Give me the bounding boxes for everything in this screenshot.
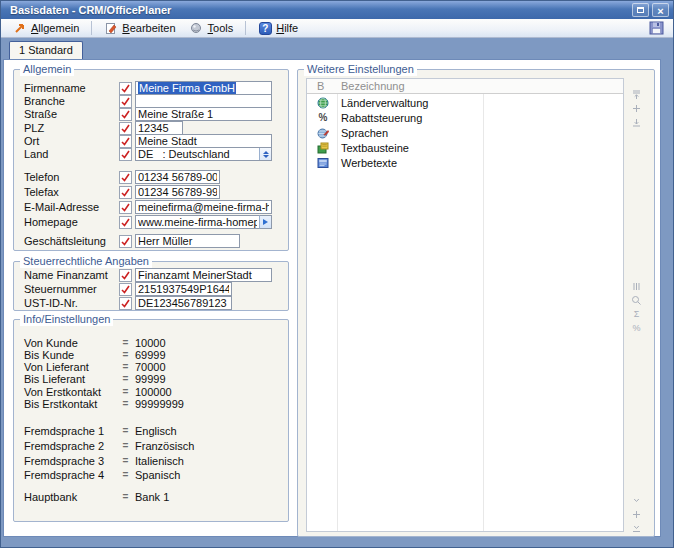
info-value: 99999999 — [132, 398, 184, 410]
spellcheck-icon[interactable] — [119, 122, 132, 135]
scroll-down-button[interactable] — [630, 116, 644, 128]
equals-icon — [119, 361, 132, 372]
grid-row-label: Länderverwaltung — [329, 97, 428, 109]
menu-bearbeiten[interactable]: Bearbeiten — [98, 20, 181, 37]
arrow-right-icon — [263, 219, 268, 225]
app-window: Basisdaten - CRM/OfficePlaner Allgemein … — [0, 0, 674, 548]
field-row-telefon: Telefon — [24, 170, 220, 184]
spellcheck-icon[interactable] — [119, 108, 132, 121]
field-row-telefax: Telefax — [24, 185, 220, 199]
strasse-field[interactable] — [135, 107, 272, 121]
grid-row-rabattsteuerung[interactable]: Rabattsteuerung — [307, 110, 623, 125]
sum-icon[interactable] — [630, 308, 644, 320]
column-chooser-icon[interactable] — [630, 280, 644, 292]
globe-icon — [317, 97, 329, 109]
filter-percent-icon[interactable] — [630, 322, 644, 334]
menu-bearbeiten-label: Bearbeiten — [122, 22, 175, 34]
firmenname-field[interactable]: Meine Firma GmbH — [135, 81, 272, 95]
ustid-field[interactable] — [135, 296, 232, 310]
ort-field[interactable] — [135, 134, 272, 148]
info-value: 100000 — [132, 386, 172, 398]
spellcheck-icon[interactable] — [119, 269, 132, 282]
menu-bar: Allgemein Bearbeiten Tools Hilfe — [1, 19, 673, 38]
land-value: DE : Deutschland — [138, 148, 230, 160]
group-steuer-title: Steuerrechtliche Angaben — [20, 255, 152, 268]
branche-field[interactable] — [135, 94, 272, 108]
spellcheck-icon[interactable] — [119, 135, 132, 148]
equals-icon — [119, 491, 132, 502]
steuernummer-field[interactable] — [135, 282, 232, 296]
search-icon[interactable] — [630, 294, 644, 306]
field-label: Telefax — [24, 186, 119, 198]
spellcheck-icon[interactable] — [119, 201, 132, 214]
restore-button[interactable] — [632, 3, 649, 17]
field-label: Geschäftsleitung — [24, 235, 119, 247]
column-header-b[interactable]: B — [307, 80, 339, 92]
tab-standard[interactable]: 1 Standard — [9, 41, 83, 59]
info-label: Fremdsprache 3 — [24, 455, 119, 467]
info-label: Fremdsprache 4 — [24, 469, 119, 481]
spellcheck-icon[interactable] — [119, 82, 132, 95]
info-label: Bis Lieferant — [24, 373, 119, 385]
next-row-button[interactable] — [630, 494, 644, 506]
add-row-button[interactable] — [630, 102, 644, 114]
menu-tools-label: Tools — [208, 22, 234, 34]
equals-icon — [119, 440, 132, 451]
grid-row-laenderverwaltung[interactable]: Länderverwaltung — [307, 95, 623, 110]
spellcheck-icon[interactable] — [119, 283, 132, 296]
telefon-field[interactable] — [135, 170, 220, 184]
finanzamt-field[interactable] — [135, 268, 272, 282]
equals-icon — [119, 373, 132, 384]
info-value: 69999 — [132, 349, 166, 361]
arrow-up-right-icon — [13, 22, 27, 35]
spellcheck-icon[interactable] — [119, 235, 132, 248]
close-button[interactable] — [652, 3, 669, 17]
land-combobox[interactable]: DE : Deutschland — [135, 147, 272, 161]
grid-nav-bottom-stack — [628, 494, 645, 534]
info-value: Bank 1 — [132, 491, 169, 503]
grid-row-label: Textbausteine — [329, 142, 409, 154]
scroll-to-top-button[interactable] — [630, 88, 644, 100]
spellcheck-icon[interactable] — [119, 297, 132, 310]
menu-allgemein[interactable]: Allgemein — [7, 20, 85, 37]
equals-icon — [119, 455, 132, 466]
spellcheck-icon[interactable] — [119, 171, 132, 184]
spellcheck-icon[interactable] — [119, 148, 132, 161]
field-label: Firmenname — [24, 82, 119, 94]
settings-grid: B Bezeichnung Länderverwaltung Rabattste… — [306, 78, 624, 532]
grid-tool-stack — [628, 280, 645, 334]
field-label: Name Finanzamt — [24, 269, 119, 281]
chevron-down-icon — [263, 155, 269, 158]
grid-row-sprachen[interactable]: Sprachen — [307, 125, 623, 140]
column-header-bezeichnung[interactable]: Bezeichnung — [339, 80, 405, 92]
menu-tools[interactable]: Tools — [184, 20, 240, 37]
add-row-button[interactable] — [630, 508, 644, 520]
grid-row-label: Sprachen — [329, 127, 388, 139]
save-button[interactable] — [645, 20, 667, 37]
spellcheck-icon[interactable] — [119, 186, 132, 199]
grid-nav-top-stack — [628, 88, 645, 128]
grid-header[interactable]: B Bezeichnung — [307, 79, 623, 94]
telefax-field[interactable] — [135, 185, 220, 199]
field-row-branche: Branche — [24, 94, 272, 108]
edit-page-icon — [104, 22, 118, 35]
info-row: Fremdsprache 2 Französisch — [24, 439, 194, 452]
spellcheck-icon[interactable] — [119, 95, 132, 108]
grid-row-textbausteine[interactable]: Textbausteine — [307, 140, 623, 155]
open-homepage-button[interactable] — [259, 215, 272, 229]
title-bar[interactable]: Basisdaten - CRM/OfficePlaner — [1, 1, 673, 19]
plz-field[interactable] — [135, 121, 183, 135]
group-steuer: Steuerrechtliche Angaben Name Finanzamt … — [13, 261, 289, 311]
geschaeftsleitung-field[interactable] — [135, 234, 240, 248]
menu-hilfe[interactable]: Hilfe — [252, 20, 304, 37]
grid-row-werbetexte[interactable]: Werbetexte — [307, 155, 623, 170]
email-field[interactable] — [135, 200, 272, 214]
scroll-to-bottom-button[interactable] — [630, 522, 644, 534]
combo-spinner-button[interactable] — [259, 148, 271, 160]
percent-icon — [317, 112, 329, 124]
homepage-field[interactable] — [135, 215, 259, 229]
field-row-finanzamt: Name Finanzamt — [24, 268, 272, 282]
info-row: Bis Erstkontakt 99999999 — [24, 397, 184, 410]
equals-icon — [119, 469, 132, 480]
spellcheck-icon[interactable] — [119, 216, 132, 229]
